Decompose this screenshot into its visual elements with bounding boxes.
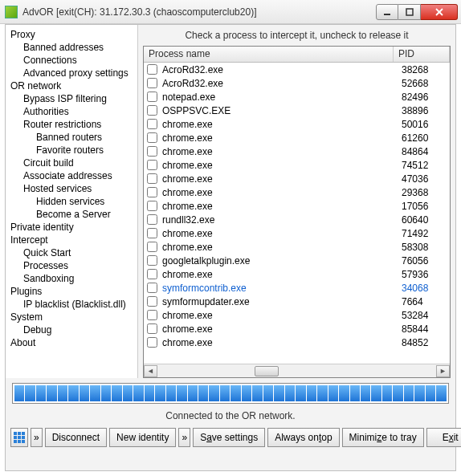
process-row[interactable]: chrome.exe84852 — [144, 336, 450, 349]
process-row[interactable]: AcroRd32.exe52668 — [144, 76, 450, 90]
process-checkbox[interactable] — [147, 323, 157, 334]
minimize-to-tray-button[interactable]: Minimize to tray — [342, 428, 424, 447]
process-checkbox[interactable] — [147, 296, 157, 307]
tree-item[interactable]: Sandboxing — [7, 272, 136, 285]
scroll-thumb[interactable] — [255, 366, 279, 376]
nav-tree[interactable]: ProxyBanned addressesConnectionsAdvanced… — [6, 25, 138, 378]
process-checkbox[interactable] — [147, 173, 157, 184]
exit-button[interactable]: Exit — [426, 428, 461, 447]
tree-item[interactable]: Bypass ISP filtering — [7, 92, 136, 105]
tree-item[interactable]: Hidden services — [7, 195, 136, 208]
new-identity-button[interactable]: New identity — [109, 428, 176, 447]
tree-item[interactable]: Become a Server — [7, 208, 136, 221]
tree-item[interactable]: Banned addresses — [7, 41, 136, 54]
col-process-name[interactable]: Process name — [144, 47, 394, 62]
process-row[interactable]: chrome.exe71492 — [144, 226, 450, 240]
h-scrollbar[interactable]: ◄ ► — [144, 364, 450, 377]
progress-segment — [361, 385, 370, 401]
tree-item[interactable]: Favorite routers — [7, 144, 136, 157]
process-checkbox[interactable] — [147, 160, 157, 170]
tree-item[interactable]: Circuit build — [7, 157, 136, 169]
tree-item[interactable]: OR network — [7, 79, 136, 92]
progress-segment — [47, 385, 56, 401]
process-checkbox[interactable] — [147, 310, 157, 320]
always-on-top-button[interactable]: Always on top — [267, 428, 339, 447]
tree-item[interactable]: Router restrictions — [7, 118, 136, 131]
process-row[interactable]: chrome.exe61260 — [144, 131, 450, 144]
list-rows[interactable]: AcroRd32.exe38268AcroRd32.exe52668notepa… — [144, 63, 450, 364]
process-row[interactable]: googletalkplugin.exe76056 — [144, 254, 450, 267]
process-row[interactable]: chrome.exe58308 — [144, 240, 450, 254]
tree-item[interactable]: Advanced proxy settings — [7, 67, 136, 79]
process-row[interactable]: notepad.exe82496 — [144, 90, 450, 104]
tree-item[interactable]: Intercept — [7, 234, 136, 246]
process-row[interactable]: chrome.exe85844 — [144, 322, 450, 336]
process-checkbox[interactable] — [147, 214, 157, 225]
tree-item[interactable]: Hosted services — [7, 182, 136, 195]
process-checkbox[interactable] — [147, 64, 157, 75]
process-checkbox[interactable] — [147, 187, 157, 197]
process-checkbox[interactable] — [147, 337, 157, 348]
process-checkbox[interactable] — [147, 255, 157, 266]
scroll-track[interactable] — [157, 365, 436, 377]
process-row[interactable]: chrome.exe84864 — [144, 144, 450, 158]
tree-item[interactable]: Banned routers — [7, 131, 136, 144]
process-row[interactable]: chrome.exe74512 — [144, 158, 450, 172]
process-row[interactable]: symformcontrib.exe34068 — [144, 281, 450, 295]
process-checkbox[interactable] — [147, 242, 157, 252]
process-checkbox[interactable] — [147, 201, 157, 211]
tree-item[interactable]: System — [7, 311, 136, 323]
tree-item[interactable]: Associate addresses — [7, 169, 136, 182]
process-row[interactable]: chrome.exe47036 — [144, 172, 450, 185]
tree-item[interactable]: Quick Start — [7, 246, 136, 259]
process-row[interactable]: chrome.exe29368 — [144, 185, 450, 199]
expand-arrow-button[interactable]: » — [31, 428, 43, 447]
tree-item[interactable]: Private identity — [7, 221, 136, 234]
close-button[interactable] — [421, 4, 458, 20]
process-checkbox[interactable] — [147, 228, 157, 238]
process-checkbox[interactable] — [147, 269, 157, 279]
process-checkbox[interactable] — [147, 283, 157, 293]
tree-item[interactable]: Processes — [7, 259, 136, 272]
process-pid: 7664 — [402, 296, 450, 307]
process-row[interactable]: rundll32.exe60640 — [144, 213, 450, 226]
scroll-left-icon[interactable]: ◄ — [144, 365, 157, 377]
minimize-button[interactable] — [376, 4, 398, 20]
process-checkbox[interactable] — [147, 146, 157, 157]
process-checkbox[interactable] — [147, 132, 157, 143]
save-settings-button[interactable]: Save settings — [193, 428, 265, 447]
tree-item[interactable]: Connections — [7, 54, 136, 67]
process-pid: 29368 — [402, 187, 450, 198]
process-row[interactable]: chrome.exe17056 — [144, 199, 450, 213]
tree-item-label: Hosted services — [23, 183, 92, 194]
col-pid[interactable]: PID — [394, 47, 450, 62]
process-row[interactable]: chrome.exe53284 — [144, 308, 450, 322]
tree-item-label: Proxy — [10, 29, 35, 40]
tree-item[interactable]: Debug — [7, 323, 136, 336]
disconnect-button[interactable]: Disconnect — [45, 428, 107, 447]
process-row[interactable]: OSPPSVC.EXE38896 — [144, 104, 450, 117]
tree-item[interactable]: About — [7, 336, 136, 349]
scroll-right-icon[interactable]: ► — [436, 365, 450, 377]
process-checkbox[interactable] — [147, 105, 157, 116]
tree-item-label: Connections — [23, 55, 77, 66]
tree-item[interactable]: Authorities — [7, 105, 136, 118]
tree-item[interactable]: IP blacklist (Blacklist.dll) — [7, 298, 136, 311]
new-identity-menu-button[interactable]: » — [178, 428, 190, 447]
process-checkbox[interactable] — [147, 78, 157, 88]
process-row[interactable]: chrome.exe57936 — [144, 267, 450, 281]
process-pid: 57936 — [402, 269, 450, 280]
process-checkbox[interactable] — [147, 119, 157, 129]
maximize-button[interactable] — [398, 4, 421, 20]
process-name: chrome.exe — [162, 323, 402, 335]
tree-item[interactable]: Proxy — [7, 28, 136, 41]
expand-icon-button[interactable] — [10, 428, 28, 447]
process-row[interactable]: symformupdater.exe7664 — [144, 295, 450, 308]
disconnect-label: Disconnect — [52, 432, 100, 443]
process-checkbox[interactable] — [147, 92, 157, 102]
process-row[interactable]: chrome.exe50016 — [144, 117, 450, 131]
process-pid: 71492 — [402, 228, 450, 239]
tree-item[interactable]: Plugins — [7, 285, 136, 298]
process-pid: 84852 — [402, 337, 450, 348]
process-row[interactable]: AcroRd32.exe38268 — [144, 63, 450, 76]
